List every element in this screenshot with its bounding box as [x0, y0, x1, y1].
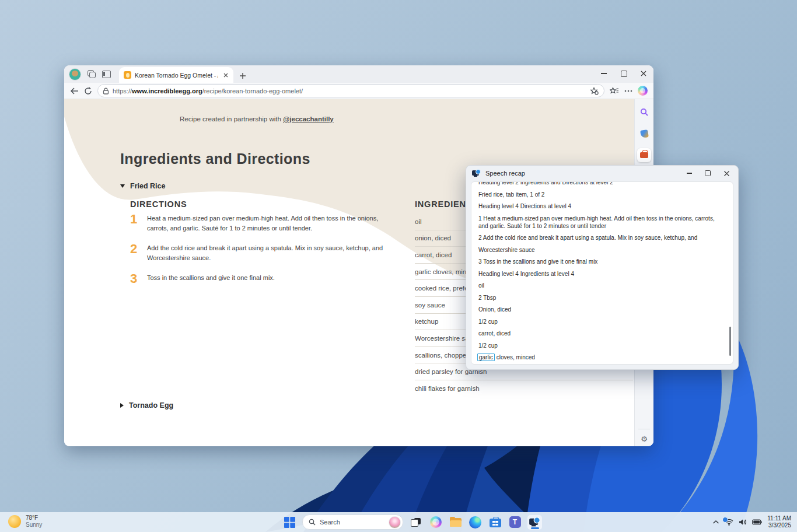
volume-icon[interactable] [739, 519, 747, 526]
highlighted-word: garlic [477, 354, 495, 361]
search-label: Search [320, 519, 384, 526]
site-info-icon[interactable] [103, 88, 109, 94]
tab-title: Korean Tornado Egg Omelet - A [135, 72, 218, 79]
recap-line: oil [478, 282, 726, 289]
recap-line: 2 Add the cold rice and break it apart u… [478, 234, 726, 242]
copilot-taskbar-icon[interactable] [428, 515, 443, 530]
tab-strip[interactable]: Korean Tornado Egg Omelet - A [64, 65, 653, 83]
recap-line: Heading level 2 Ingredients and Directio… [478, 181, 726, 186]
recap-line: 1/2 cup [478, 342, 726, 349]
fried-rice-accordion[interactable]: Fried Rice [120, 182, 165, 190]
bookmark-star-icon[interactable] [590, 87, 599, 95]
favorites-icon[interactable] [610, 87, 619, 95]
browser-close-button[interactable] [634, 65, 653, 82]
search-icon [309, 519, 316, 526]
address-bar[interactable]: https://www.incredibleegg.org/recipe/kor… [97, 84, 604, 97]
speech-close-button[interactable] [723, 170, 730, 177]
partnership-link[interactable]: @jeccachantilly [283, 116, 334, 123]
speech-scrollbar[interactable] [729, 327, 731, 356]
recap-line: 3 Toss in the scallions and give it one … [478, 258, 726, 265]
file-explorer-icon[interactable] [448, 515, 463, 530]
refresh-button[interactable] [84, 87, 92, 95]
speech-maximize-button[interactable] [705, 170, 711, 176]
copilot-icon[interactable] [638, 86, 648, 96]
tab-close-icon[interactable] [222, 71, 230, 79]
directions-heading: DIRECTIONS [130, 200, 187, 209]
speech-minimize-button[interactable] [687, 173, 692, 173]
settings-menu-icon[interactable] [624, 90, 632, 92]
speech-recap-title: Speech recap [485, 170, 682, 177]
taskbar: 78°F Sunny Search T [0, 512, 797, 532]
url-text: https://www.incredibleegg.org/recipe/kor… [113, 88, 586, 94]
partnership-note: Recipe created in partnership with @jecc… [180, 116, 334, 123]
edge-browser-icon[interactable] [468, 515, 483, 530]
taskbar-clock[interactable]: 11:11 AM 3/3/2025 [767, 515, 791, 529]
browser-tab[interactable]: Korean Tornado Egg Omelet - A [119, 67, 233, 83]
profile-avatar[interactable] [69, 68, 81, 80]
sidebar-divider [638, 429, 650, 429]
back-button[interactable] [70, 88, 79, 94]
recap-line: Heading level 4 Ingredients at level 4 [478, 270, 726, 278]
direction-step: 3 Toss in the scallions and give it one … [130, 273, 388, 285]
page-title: Ingredients and Directions [120, 150, 310, 167]
weather-condition: Sunny [26, 522, 42, 528]
narrator-taskbar-icon[interactable] [527, 515, 542, 530]
browser-maximize-button[interactable] [614, 65, 634, 82]
recap-line: Fried rice, tab item, 1 of 2 [478, 191, 726, 198]
recap-line: 2 Tbsp [478, 294, 726, 302]
ingredient-item: chili flakes for garnish [415, 380, 633, 397]
battery-icon[interactable] [752, 519, 762, 525]
sidebar-shopping-icon[interactable] [637, 127, 651, 141]
browser-minimize-button[interactable] [594, 65, 614, 82]
recap-line: Heading level 4 Directions at level 4 [478, 202, 726, 210]
microsoft-store-icon[interactable] [488, 515, 502, 530]
recap-line-highlighted: garlic cloves, minced [478, 354, 726, 361]
sidebar-settings-icon[interactable]: ⚙ [635, 435, 653, 443]
new-tab-button[interactable] [239, 72, 246, 79]
sidebar-search-icon[interactable] [637, 105, 651, 119]
sun-icon [8, 515, 21, 528]
taskbar-search[interactable]: Search [302, 514, 403, 530]
weather-temp: 78°F [26, 514, 42, 522]
active-app-indicator [531, 527, 539, 529]
recap-line: Onion, diced [478, 306, 726, 313]
tray-chevron-icon[interactable] [712, 520, 719, 524]
wifi-icon[interactable] [725, 519, 733, 526]
search-highlight-image [389, 516, 401, 528]
speech-recap-log: Heading level 2 Ingredients and Directio… [471, 181, 733, 365]
clock-time: 11:11 AM [767, 515, 791, 522]
recap-line: 1/2 cup [478, 318, 726, 326]
speech-recap-titlebar[interactable]: Speech recap [466, 166, 738, 181]
clock-date: 3/3/2025 [767, 522, 791, 529]
workspaces-icon[interactable] [88, 70, 96, 78]
chevron-down-icon [120, 184, 125, 188]
teams-icon[interactable]: T [508, 515, 522, 530]
browser-toolbar: https://www.incredibleegg.org/recipe/kor… [64, 83, 653, 99]
speech-recap-window: Speech recap Heading level 2 Ingredients… [466, 165, 739, 370]
task-view-button[interactable] [408, 515, 423, 530]
chevron-right-icon [120, 403, 124, 408]
narrator-icon [472, 170, 481, 177]
weather-widget[interactable]: 78°F Sunny [8, 514, 42, 528]
start-button[interactable] [282, 515, 297, 530]
sidebar-tools-icon[interactable] [637, 148, 651, 162]
directions-list: 1 Heat a medium-sized pan over medium-hi… [130, 214, 388, 295]
desktop: { "browser": { "tab": { "title": "Korean… [0, 0, 797, 532]
tornado-egg-accordion[interactable]: Tornado Egg [120, 401, 173, 410]
recap-line: carrot, diced [478, 330, 726, 337]
recap-line: Worcestershire sauce [478, 246, 726, 254]
direction-step: 1 Heat a medium-sized pan over medium-hi… [130, 214, 388, 233]
recap-line: 1 Heat a medium-sized pan over medium-hi… [478, 215, 726, 230]
site-favicon [124, 71, 131, 79]
tab-actions-icon[interactable] [102, 71, 111, 78]
direction-step: 2 Add the cold rice and break it apart u… [130, 243, 388, 263]
